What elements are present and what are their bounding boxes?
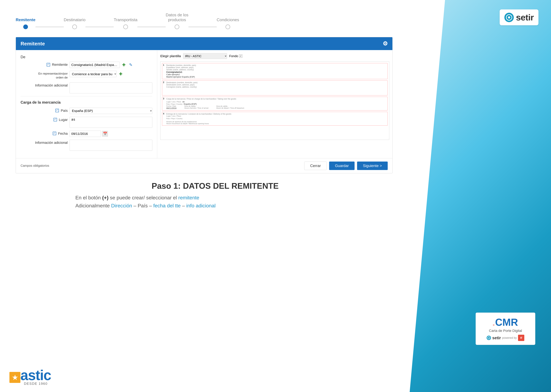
preview-box-4-lugar-label: Lugar / Lieu / Place (166, 115, 386, 117)
pais-label: País (21, 108, 68, 113)
remitente-field-group: ✚ ✎ (70, 62, 152, 68)
preview-box-3-label: Carga de la mercancía / Prise en charge … (166, 98, 386, 100)
preview-box-2-num: 2 (163, 81, 164, 84)
preview-box-4-pais-label: País / Pays / Country (166, 118, 386, 119)
astic-logo-icon: ★ (9, 372, 21, 383)
preview-box-1-name: Consignatario1 (166, 71, 386, 73)
preview-box-3-content: Carga de la mercancía / Prise en charge … (163, 98, 386, 109)
fondo-checkbox[interactable] (239, 54, 242, 58)
setir-name: setir (516, 12, 534, 22)
preview-box-1: 1 Remitente (nombre, domicilio, país)Exp… (162, 63, 388, 79)
lugar-input[interactable]: as (70, 117, 152, 128)
info-adicional-label-1: Información adicional (21, 82, 68, 87)
remitente-add-button[interactable]: ✚ (121, 62, 127, 68)
preview-box-3-lugar-row: Lugar / Lieu / Place as (166, 100, 386, 103)
svg-text:★: ★ (12, 374, 18, 381)
preview-box-3: 3 Carga de la mercancía / Prise en charg… (162, 97, 388, 111)
desc-line1-remitente: remitente (178, 195, 199, 201)
desc-line2-prefix: Adicionalmente (75, 203, 111, 209)
calendar-icon[interactable]: 📅 (102, 131, 108, 137)
template-select[interactable]: IRU - ASTIC (183, 53, 227, 59)
step-transportista-label: Transportista (114, 17, 137, 22)
preview-box-3-pais-row: País / Pays / Country España (ESP) (166, 103, 386, 105)
desc-sep1: – (132, 203, 138, 209)
desc-line1-prefix: En el botón (75, 195, 102, 201)
preview-box-3-num: 3 (163, 97, 164, 100)
preview-pais-value: España (ESP) (184, 103, 197, 105)
lugar-row: Lugar as (21, 117, 152, 128)
preview-pais-label: País / Pays / Country (166, 103, 183, 105)
setir-logo: setir (500, 9, 538, 25)
siguiente-button[interactable]: Siguiente > (357, 161, 388, 170)
preview-box-2-content: Destinatario (nombre, domicilio, país)De… (163, 82, 386, 94)
fondo-label-group: Fondo (229, 54, 243, 58)
setir-logo-icon (504, 13, 514, 22)
connector-4 (188, 27, 217, 27)
representacion-row: En representación/por orden de Comience … (21, 71, 152, 79)
ecmr-subtitle: Carta de Porte Digital (480, 329, 530, 333)
template-label: Elegir plantilla (160, 54, 181, 58)
step-transportista[interactable]: Transportista (114, 17, 166, 29)
tf-logo-text: tf (520, 336, 522, 340)
preview-box-3-dates: Fecha / Date 09/11/2016 Hora de salida H… (166, 105, 386, 109)
desc-line2-pais: País (138, 203, 148, 209)
preview-box-4: 4 Entrega de la mercancía / Livraison de… (162, 112, 388, 126)
campos-label: Campos obligatorios (21, 164, 49, 168)
paso-title-prefix: Paso 1: (152, 181, 183, 190)
pais-select[interactable]: España (ESP) (70, 108, 152, 114)
preview-document: 1 Remitente (nombre, domicilio, país)Exp… (160, 61, 389, 140)
footer-buttons: Cerrar Guardar Siguiente > (304, 161, 388, 170)
step-condiciones[interactable]: Condiciones (217, 17, 239, 29)
preview-hora-salida-label: Hora de salida (216, 105, 244, 107)
ecmr-logo: e-CMR Carta de Porte Digital setir power… (476, 313, 535, 345)
info-adicional-row-1: Información adicional (21, 82, 152, 93)
fecha-field-group: 📅 (70, 131, 108, 137)
step-condiciones-dot (226, 24, 230, 29)
preview-hora-llegada-group: Hora de salida Heure d'arrivée / Time of… (184, 105, 208, 109)
preview-box-4-horario-label: Horario de apertura de las instalaciones (166, 121, 386, 123)
step-transportista-dot (123, 24, 128, 29)
step-remitente[interactable]: Remitente (16, 17, 64, 29)
preview-box-4-num: 4 (163, 112, 164, 115)
ecmr-setir-row: setir powered by tf (480, 335, 530, 341)
remitente-input[interactable] (70, 62, 120, 68)
representacion-label: En representación/por orden de (21, 71, 68, 79)
ecmr-setir-name: setir (492, 336, 501, 340)
fecha-input[interactable] (70, 131, 101, 137)
info-adicional-input-1[interactable] (70, 82, 152, 93)
preview-box-1-label: Remitente (nombre, domicilio, país)Expéd… (166, 64, 386, 71)
representacion-add-button[interactable]: ✚ (118, 71, 124, 77)
main-content: Remitente Destinatario Transportista Dat… (0, 0, 424, 392)
form-card-header: Remitente ⚙ (16, 37, 392, 50)
remitente-edit-button[interactable]: ✎ (128, 62, 134, 68)
gear-icon[interactable]: ⚙ (383, 40, 388, 47)
ecmr-setir-circle (487, 336, 491, 340)
remitente-row: Remitente ✚ ✎ (21, 62, 152, 68)
cerrar-button[interactable]: Cerrar (304, 161, 327, 170)
preview-box-1-city: Madrid ejemplo2 España (ESP) (166, 76, 386, 78)
step-remitente-dot (23, 24, 28, 29)
representacion-field-group: Comience a teclear para bu… ✚ (70, 71, 152, 77)
preview-fecha-value: 09/11/2016 (166, 107, 177, 109)
fondo-label-text: Fondo (229, 54, 238, 58)
representacion-select[interactable]: Comience a teclear para bu… (70, 71, 117, 77)
step-datos-dot (175, 24, 179, 29)
de-label: De (21, 55, 152, 59)
preview-lugar-label: Lugar / Lieu / Place (166, 101, 181, 103)
lugar-checkbox-icon (54, 118, 57, 121)
ecmr-setir-inner-circle (487, 336, 490, 339)
step-destinatario[interactable]: Destinatario (64, 17, 114, 29)
lugar-label: Lugar (21, 117, 68, 122)
fecha-label: Fecha (21, 131, 68, 136)
info-adicional-input-2[interactable] (70, 140, 152, 151)
desc-line2-fecha: fecha del tte (153, 203, 181, 209)
desc-line2-info: info adicional (186, 203, 216, 209)
guardar-button[interactable]: Guardar (329, 161, 354, 170)
desc-line1-suffix1: se puede crear/ seleccionar el (108, 195, 178, 201)
preview-box-2: 2 Destinatario (nombre, domicilio, país)… (162, 80, 388, 95)
connector-2 (85, 27, 114, 27)
astic-main-text: astic (21, 369, 51, 382)
preview-fecha-group: Fecha / Date 09/11/2016 (166, 105, 177, 109)
tf-logo: tf (518, 335, 524, 341)
step-datos-productos[interactable]: Datos de losproductos (166, 13, 217, 29)
